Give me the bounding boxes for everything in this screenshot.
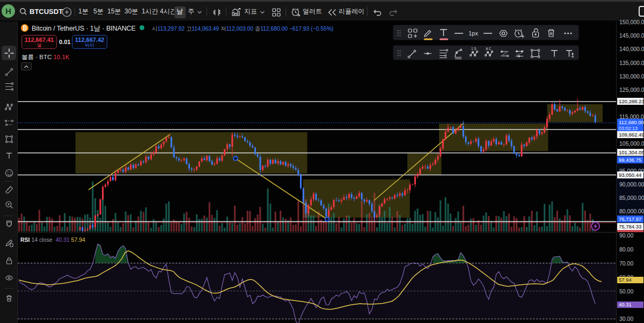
svg-text:1px: 1px (469, 30, 478, 37)
svg-text:A C: A C (486, 47, 492, 51)
svg-text:1 5: 1 5 (471, 47, 476, 51)
svg-text:₿: ₿ (23, 25, 27, 31)
